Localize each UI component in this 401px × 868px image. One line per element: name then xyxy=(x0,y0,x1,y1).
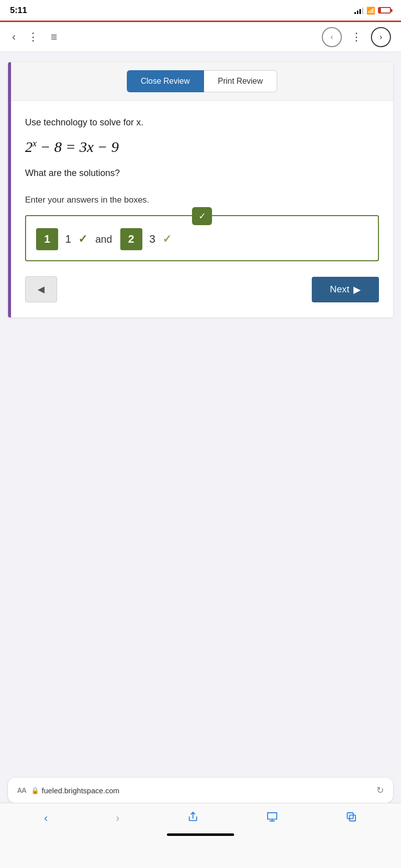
browser-address-bar[interactable]: AA 🔒 fueled.brightspace.com ↻ xyxy=(8,778,393,803)
bookmarks-button[interactable] xyxy=(267,811,278,825)
wifi-icon: 📶 xyxy=(366,7,375,15)
url-text: fueled.brightspace.com xyxy=(42,786,119,795)
card-body: Use technology to solve for x. 2x − 8 = … xyxy=(11,101,393,317)
answer1-input-value: 1 xyxy=(63,233,73,246)
nav-bar: ‹ ⋮ ≡ ‹ ⋮ › xyxy=(0,22,401,52)
card-header: Close Review Print Review xyxy=(11,62,393,101)
answer2-checkmark: ✓ xyxy=(162,233,171,246)
question-nav-buttons: ◀ Next ▶ xyxy=(25,276,379,307)
answer1-checkmark: ✓ xyxy=(78,233,87,246)
answer-and-separator: and xyxy=(92,234,115,245)
close-review-button[interactable]: Close Review xyxy=(127,70,204,92)
back-arrow-icon: ◀ xyxy=(38,284,45,295)
nav-more-icon[interactable]: ⋮ xyxy=(349,29,364,46)
next-arrow-icon: ▶ xyxy=(353,284,361,295)
home-indicator xyxy=(167,833,234,836)
prev-page-button[interactable]: ‹ xyxy=(322,27,342,47)
more-options-icon[interactable]: ⋮ xyxy=(26,29,41,46)
next-label: Next xyxy=(330,284,349,295)
checkmark-icon: ✓ xyxy=(198,211,206,222)
instructions-text: Enter your answers in the boxes. xyxy=(25,195,379,205)
next-page-button[interactable]: › xyxy=(371,27,391,47)
hamburger-menu-icon[interactable]: ≡ xyxy=(49,29,59,46)
url-display[interactable]: 🔒 fueled.brightspace.com xyxy=(31,786,119,795)
nav-right: ‹ ⋮ › xyxy=(322,27,391,47)
solutions-question: What are the solutions? xyxy=(25,166,379,180)
math-equation: 2x − 8 = 3x − 9 xyxy=(25,138,379,155)
next-button[interactable]: Next ▶ xyxy=(312,277,379,302)
battery-icon xyxy=(378,7,391,14)
answer2-box[interactable]: 2 xyxy=(120,228,142,250)
share-button[interactable] xyxy=(187,811,198,825)
status-icons: 📶 xyxy=(354,7,391,15)
lock-icon: 🔒 xyxy=(31,787,39,794)
tabs-button[interactable] xyxy=(346,811,357,825)
question-instruction: Use technology to solve for x. xyxy=(25,116,379,129)
answer-container: ✓ 1 1 ✓ and 2 3 ✓ xyxy=(25,215,379,261)
answer1-box[interactable]: 1 xyxy=(36,228,58,250)
back-chevron-button[interactable]: ‹ xyxy=(10,29,18,46)
status-bar: 5:11 📶 xyxy=(0,0,401,22)
reload-icon[interactable]: ↻ xyxy=(376,785,384,796)
bottom-toolbar: ‹ › xyxy=(0,803,401,868)
signal-icon xyxy=(354,7,363,14)
browser-forward-button[interactable]: › xyxy=(116,812,119,825)
question-card: Close Review Print Review Use technology… xyxy=(8,62,393,317)
status-time: 5:11 xyxy=(10,6,27,16)
bottom-nav: ‹ › xyxy=(0,803,401,829)
main-content: Close Review Print Review Use technology… xyxy=(0,52,401,327)
back-button[interactable]: ◀ xyxy=(25,276,57,302)
answer2-input-value: 3 xyxy=(147,233,157,246)
print-review-button[interactable]: Print Review xyxy=(204,70,278,92)
check-badge: ✓ xyxy=(192,207,212,225)
svg-rect-1 xyxy=(347,813,353,819)
svg-rect-2 xyxy=(349,815,355,821)
font-size-aa[interactable]: AA xyxy=(17,786,26,794)
spacer xyxy=(0,327,401,478)
nav-left: ‹ ⋮ ≡ xyxy=(10,29,59,46)
browser-back-button[interactable]: ‹ xyxy=(44,812,48,825)
